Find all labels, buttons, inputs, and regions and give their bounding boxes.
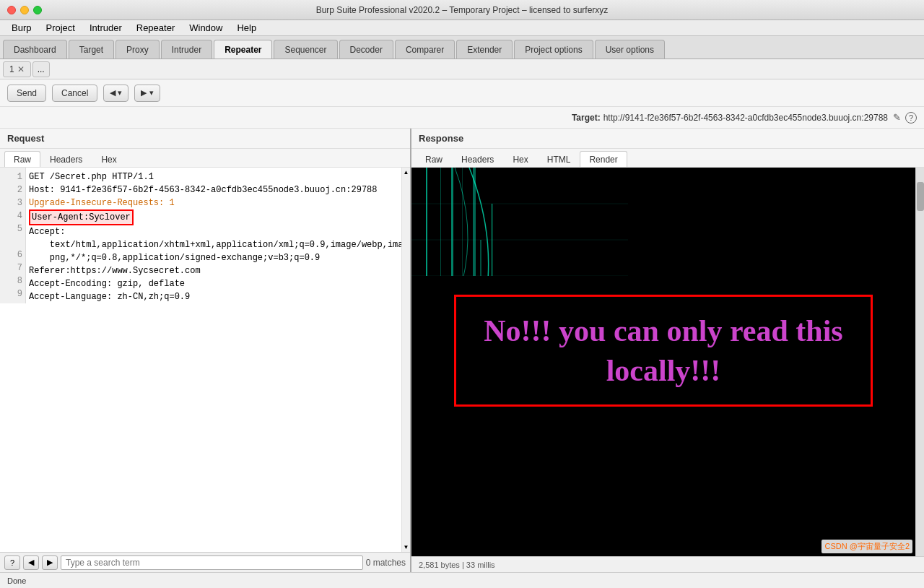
line-10	[29, 318, 34, 328]
line-5: Accept:	[29, 227, 65, 237]
request-scrollbar[interactable]: ▲ ▼	[401, 168, 410, 552]
menubar: Burp Project Intruder Repeater Window He…	[0, 20, 924, 36]
target-url: http://9141-f2e36f57-6b2f-4563-8342-a0cf…	[603, 113, 888, 123]
tab-intruder[interactable]: Intruder	[161, 40, 212, 59]
repeater-tab-close-icon[interactable]: ✕	[17, 64, 25, 74]
help-icon[interactable]: ?	[905, 112, 917, 124]
line-5b: png,*/*;q=0.8,application/signed-exchang…	[29, 253, 320, 263]
response-inner-tabs: Raw Headers Hex HTML Render	[411, 149, 924, 168]
svg-rect-3	[451, 168, 453, 276]
titlebar: Burp Suite Professional v2020.2 – Tempor…	[0, 0, 924, 20]
request-text-area[interactable]: 1 2 3 4 5 6 7 8 9 GET /Secret.php HTTP/1…	[0, 168, 401, 552]
tab-extender[interactable]: Extender	[456, 40, 513, 59]
status-text: Done	[7, 576, 26, 585]
line-3: Upgrade-Insecure-Requests: 1	[29, 198, 175, 208]
tab-dashboard[interactable]: Dashboard	[3, 40, 67, 59]
prev-button[interactable]: ◀ ▾	[103, 85, 128, 102]
response-panel: Response Raw Headers Hex HTML Render	[411, 129, 924, 572]
request-tab-headers[interactable]: Headers	[40, 151, 92, 167]
request-text-wrapper: 1 2 3 4 5 6 7 8 9 GET /Secret.php HTTP/1…	[0, 168, 410, 552]
watermark: CSDN @宇宙量子安全2	[821, 540, 912, 553]
scroll-up-icon[interactable]: ▲	[402, 168, 410, 177]
line-6: Referer:https://www.Sycsecret.com	[29, 266, 201, 276]
send-button[interactable]: Send	[7, 85, 46, 102]
target-label: Target:	[572, 113, 601, 123]
tab-comparer[interactable]: Comparer	[395, 40, 455, 59]
response-tab-html[interactable]: HTML	[538, 151, 580, 167]
target-bar: Target: http://9141-f2e36f57-6b2f-4563-8…	[0, 107, 924, 129]
menu-help[interactable]: Help	[231, 21, 262, 35]
line-8: Accept-Language: zh-CN,zh;q=0.9	[29, 292, 190, 302]
request-content: GET /Secret.php HTTP/1.1 Host: 9141-f2e3…	[0, 168, 401, 332]
line-4: User-Agent:Syclover	[29, 212, 134, 222]
repeater-tab-1[interactable]: 1 ✕	[3, 61, 31, 77]
line-2: Host: 9141-f2e36f57-6b2f-4563-8342-a0cfd…	[29, 185, 377, 195]
main-tab-bar: Dashboard Target Proxy Intruder Repeater…	[0, 36, 924, 59]
cancel-button[interactable]: Cancel	[52, 85, 97, 102]
content-area: Request Raw Headers Hex 1 2 3 4 5 6 7 8 …	[0, 129, 924, 572]
request-inner-tabs: Raw Headers Hex	[0, 149, 410, 168]
maximize-button[interactable]	[33, 6, 42, 14]
svg-rect-15	[473, 168, 476, 276]
next-button[interactable]: ▶ ▾	[134, 85, 160, 102]
close-button[interactable]	[7, 6, 16, 14]
search-help-icon[interactable]: ?	[4, 555, 20, 570]
status-bar: Done	[0, 572, 924, 588]
tab-target[interactable]: Target	[69, 40, 114, 59]
response-scrollbar[interactable]	[915, 168, 924, 556]
line-9	[29, 305, 34, 315]
response-bytes: 2,581 bytes | 33 millis	[419, 561, 495, 569]
traffic-lights	[7, 6, 42, 14]
response-message-overlay: No!!! you can only read this locally!!!	[454, 295, 873, 407]
request-tab-hex[interactable]: Hex	[92, 151, 126, 167]
search-next-button[interactable]: ▶	[42, 555, 58, 570]
svg-rect-17	[491, 204, 493, 276]
response-tab-headers[interactable]: Headers	[452, 151, 503, 167]
match-count: 0 matches	[366, 558, 406, 568]
response-content-wrapper: No!!! you can only read this locally!!! …	[411, 168, 924, 556]
svg-rect-1	[426, 168, 427, 276]
response-scroll-thumb[interactable]	[917, 182, 924, 211]
repeater-tab-label: 1	[9, 64, 14, 74]
request-tab-raw[interactable]: Raw	[4, 151, 40, 167]
svg-rect-16	[480, 240, 481, 276]
edit-target-icon[interactable]: ✎	[891, 112, 902, 124]
response-message-text: No!!! you can only read this locally!!!	[478, 311, 849, 390]
response-tab-render[interactable]: Render	[580, 151, 627, 167]
menu-window[interactable]: Window	[183, 21, 228, 35]
tab-project-options[interactable]: Project options	[514, 40, 593, 59]
line-1: GET /Secret.php HTTP/1.1	[29, 172, 154, 182]
svg-rect-2	[440, 168, 441, 276]
repeater-tab-more[interactable]: ...	[32, 61, 50, 77]
request-header: Request	[0, 129, 410, 149]
response-status-bar: 2,581 bytes | 33 millis	[411, 556, 924, 572]
toolbar: Send Cancel ◀ ▾ ▶ ▾	[0, 79, 924, 107]
scroll-down-icon[interactable]: ▼	[402, 542, 410, 552]
response-render-area: No!!! you can only read this locally!!! …	[411, 168, 915, 556]
repeater-tab-bar: 1 ✕ ...	[0, 59, 924, 79]
response-tab-raw[interactable]: Raw	[416, 151, 452, 167]
minimize-button[interactable]	[20, 6, 29, 14]
menu-intruder[interactable]: Intruder	[84, 21, 128, 35]
response-tab-hex[interactable]: Hex	[503, 151, 537, 167]
tab-user-options[interactable]: User options	[595, 40, 665, 59]
request-search-bar: ? ◀ ▶ 0 matches	[0, 552, 410, 572]
line-7: Accept-Encoding: gzip, deflate	[29, 279, 185, 289]
menu-burp[interactable]: Burp	[6, 21, 37, 35]
response-header: Response	[411, 129, 924, 149]
line-5a: text/html,application/xhtml+xml,applicat…	[29, 240, 401, 250]
menu-repeater[interactable]: Repeater	[131, 21, 180, 35]
tab-proxy[interactable]: Proxy	[116, 40, 160, 59]
tab-repeater[interactable]: Repeater	[214, 40, 272, 59]
window-title: Burp Suite Professional v2020.2 – Tempor…	[316, 5, 609, 15]
request-panel: Request Raw Headers Hex 1 2 3 4 5 6 7 8 …	[0, 129, 411, 572]
cyber-background-svg	[411, 168, 628, 276]
tab-decoder[interactable]: Decoder	[339, 40, 393, 59]
menu-project[interactable]: Project	[40, 21, 80, 35]
tab-sequencer[interactable]: Sequencer	[274, 40, 337, 59]
svg-rect-4	[462, 168, 463, 276]
search-prev-button[interactable]: ◀	[23, 555, 39, 570]
search-input[interactable]	[61, 555, 363, 570]
